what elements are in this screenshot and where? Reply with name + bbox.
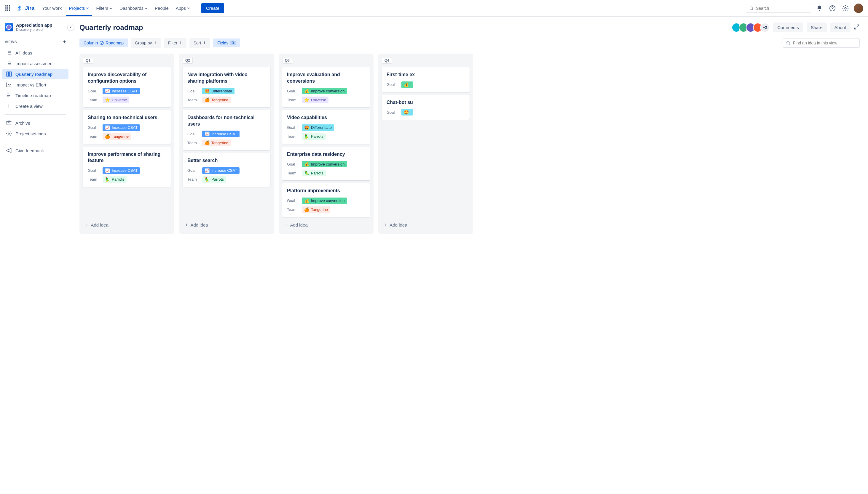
sidebar-item-create-view[interactable]: Create a view: [2, 101, 69, 111]
find-idea-box[interactable]: [783, 38, 860, 48]
idea-card[interactable]: New integration with video sharing platf…: [183, 67, 270, 107]
project-header[interactable]: Appreciation app Discovery project: [2, 21, 69, 36]
add-idea-button[interactable]: +Add idea: [382, 220, 470, 230]
share-button[interactable]: Share: [807, 22, 827, 32]
idea-card[interactable]: Improve evaluation and conversionsGoal💰I…: [282, 67, 370, 107]
list-icon: [6, 50, 12, 56]
goal-tag: 📈Increase CSAT: [103, 125, 140, 131]
field-label-goal: Goal: [386, 82, 401, 87]
sidebar-item-timeline-roadmap[interactable]: Timeline roadmap: [2, 90, 69, 101]
plus-icon: [6, 103, 12, 109]
team-tag: 🍊Tangerine: [202, 139, 231, 146]
nav-dashboards[interactable]: Dashboards: [116, 3, 150, 13]
sort-button[interactable]: Sort+: [189, 38, 210, 48]
global-search[interactable]: [746, 4, 811, 13]
collaborator-avatars[interactable]: +3: [731, 23, 770, 32]
board-column: Q1Improve discoverability of configurati…: [79, 54, 174, 234]
sidebar-item-impact-assessment[interactable]: Impact assessment: [2, 58, 69, 69]
team-tag: ⭐Universe: [302, 97, 328, 103]
divider: [5, 114, 66, 115]
add-idea-button[interactable]: +Add idea: [183, 220, 270, 230]
sidebar-item-project-settings[interactable]: Project settings: [2, 128, 69, 139]
main-content: Quarterly roadmap +3 Comments Share Abou…: [71, 17, 868, 494]
megaphone-icon: [6, 148, 12, 153]
idea-card[interactable]: Improve performance of sharing featureGo…: [83, 147, 171, 187]
idea-card[interactable]: Enterprise data residencyGoal💰Improve co…: [282, 147, 370, 180]
settings-icon[interactable]: [841, 3, 850, 13]
column-header[interactable]: Q1: [83, 57, 93, 64]
field-label-goal: Goal: [88, 168, 103, 173]
board-column: Q2New integration with video sharing pla…: [179, 54, 274, 234]
team-tag: 🦜Parrots: [302, 133, 326, 140]
add-view-icon[interactable]: +: [63, 39, 66, 45]
sidebar-item-all-ideas[interactable]: All ideas: [2, 48, 69, 58]
field-label-goal: Goal: [88, 125, 103, 130]
team-tag: ⭐Universe: [103, 97, 129, 103]
goal-tag: 📈Increase CSAT: [202, 131, 239, 137]
expand-icon[interactable]: [854, 24, 860, 31]
field-label-goal: Goal: [386, 110, 401, 115]
fields-button[interactable]: Fields3: [213, 38, 240, 48]
sidebar-item-impact-vs-effort[interactable]: Impact vs Effort: [2, 79, 69, 90]
sidebar-item-archive[interactable]: Archive: [2, 118, 69, 128]
nav-filters[interactable]: Filters: [93, 3, 115, 13]
column-header[interactable]: Q3: [282, 57, 292, 64]
team-tag: 🦜Parrots: [202, 176, 226, 183]
idea-card[interactable]: Chat-bot suGoal🤩: [382, 95, 470, 120]
chevron-down-icon: [187, 7, 190, 10]
goal-tag: 💰: [401, 81, 413, 88]
goal-tag: 💰Improve conversion: [302, 88, 347, 94]
idea-card[interactable]: Sharing to non-technical usersGoal📈Incre…: [83, 110, 171, 144]
column-selector[interactable]: Column Roadmap: [79, 38, 128, 48]
idea-card[interactable]: First-time exGoal💰: [382, 67, 470, 92]
field-label-goal: Goal: [187, 132, 202, 136]
field-label-goal: Goal: [287, 162, 302, 167]
user-avatar[interactable]: [854, 3, 863, 13]
field-label-goal: Goal: [287, 125, 302, 130]
idea-card[interactable]: Platform improvementsGoal💰Improve conver…: [282, 183, 370, 217]
nav-your-work[interactable]: Your work: [39, 3, 65, 13]
avatar-more[interactable]: +3: [760, 23, 770, 32]
goal-tag: 💰Improve conversion: [302, 161, 347, 167]
idea-card[interactable]: Improve discoverability of configuration…: [83, 67, 171, 107]
idea-card[interactable]: Dashboards for non-technical usersGoal📈I…: [183, 110, 270, 150]
sidebar-item-quarterly-roadmap[interactable]: Quarterly roadmap: [2, 69, 69, 79]
project-icon: [5, 23, 13, 32]
create-button[interactable]: Create: [201, 3, 224, 13]
page-title: Quarterly roadmap: [79, 23, 143, 32]
project-name: Appreciation app: [16, 22, 53, 27]
groupby-button[interactable]: Group by+: [131, 38, 161, 48]
nav-projects[interactable]: Projects: [66, 1, 92, 16]
chevron-down-icon: [145, 7, 148, 10]
field-label-goal: Goal: [287, 89, 302, 93]
list-icon: [6, 60, 12, 66]
sidebar-item-give-feedback[interactable]: Give feedback: [2, 145, 69, 156]
divider: [5, 142, 66, 142]
team-tag: 🍊Tangerine: [202, 97, 231, 103]
column-header[interactable]: Q4: [382, 57, 392, 64]
app-switcher-icon[interactable]: [5, 5, 12, 12]
column-header[interactable]: Q2: [183, 57, 193, 64]
filter-button[interactable]: Filter+: [164, 38, 186, 48]
notifications-icon[interactable]: [815, 3, 824, 13]
add-idea-button[interactable]: +Add idea: [282, 220, 370, 230]
comments-button[interactable]: Comments: [773, 22, 803, 32]
board-column: Q3Improve evaluation and conversionsGoal…: [279, 54, 374, 234]
idea-card[interactable]: Better searchGoal📈Increase CSATTeam🦜Parr…: [183, 153, 270, 187]
chevron-down-icon: [109, 7, 112, 10]
add-idea-button[interactable]: +Add idea: [83, 220, 171, 230]
nav-people[interactable]: People: [152, 3, 171, 13]
card-title: Dashboards for non-technical users: [187, 114, 266, 127]
svg-point-2: [845, 7, 846, 9]
search-input[interactable]: [756, 6, 808, 11]
find-idea-input[interactable]: [793, 41, 856, 45]
help-icon[interactable]: [828, 3, 837, 13]
jira-logo[interactable]: Jira: [17, 5, 34, 12]
idea-card[interactable]: Video capabilitiesGoal🤩DifferentiateTeam…: [282, 110, 370, 144]
about-button[interactable]: About: [830, 22, 850, 32]
card-title: Better search: [187, 157, 266, 164]
nav-apps[interactable]: Apps: [173, 3, 193, 13]
field-label-goal: Goal: [88, 89, 103, 93]
goal-tag: 📈Increase CSAT: [103, 88, 140, 94]
sidebar-collapse-button[interactable]: [67, 24, 74, 31]
